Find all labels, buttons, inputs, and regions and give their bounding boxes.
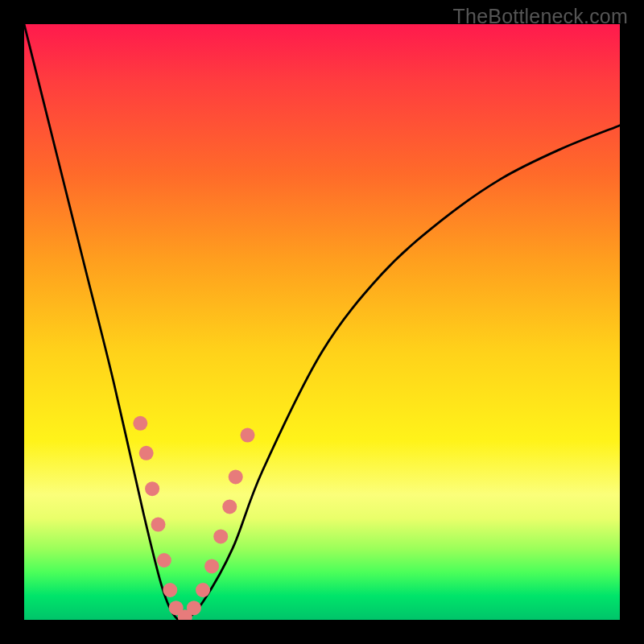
curve-markers xyxy=(133,416,254,620)
curve-marker xyxy=(241,428,255,443)
chart-frame: TheBottleneck.com xyxy=(0,0,644,644)
curve-marker xyxy=(229,469,243,484)
curve-marker xyxy=(187,601,201,615)
curve-svg xyxy=(24,24,620,620)
bottleneck-curve xyxy=(24,24,620,620)
curve-marker xyxy=(151,518,166,532)
curve-marker xyxy=(133,416,147,431)
plot-area xyxy=(24,24,620,620)
curve-marker xyxy=(139,446,154,460)
curve-marker xyxy=(204,559,219,573)
curve-marker xyxy=(145,481,159,496)
curve-marker xyxy=(222,499,237,514)
curve-marker xyxy=(157,553,171,568)
curve-path xyxy=(24,24,620,620)
curve-marker xyxy=(213,529,228,543)
curve-marker xyxy=(163,583,177,597)
curve-marker xyxy=(196,583,210,597)
